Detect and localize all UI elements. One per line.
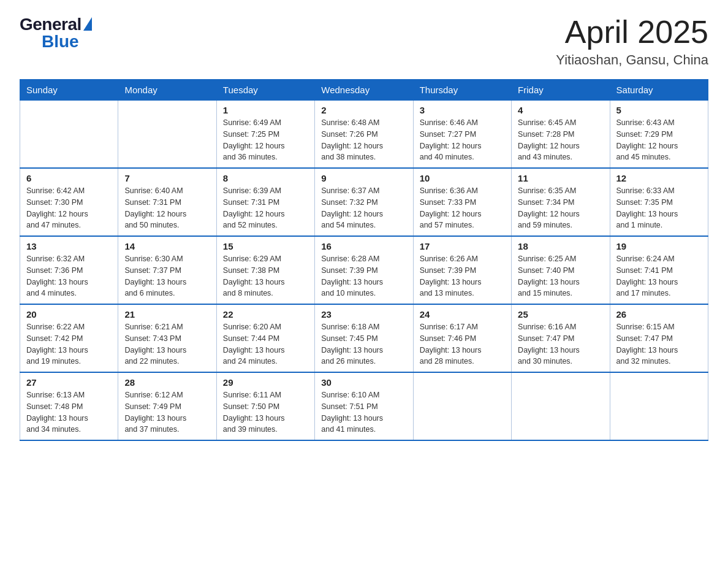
day-number: 20 [26, 309, 112, 320]
calendar-cell: 8Sunrise: 6:39 AMSunset: 7:31 PMDaylight… [216, 168, 314, 236]
day-info: Sunrise: 6:16 AMSunset: 7:47 PMDaylight:… [518, 321, 603, 367]
day-info: Sunrise: 6:13 AMSunset: 7:48 PMDaylight:… [26, 389, 112, 435]
weekday-header-tuesday: Tuesday [216, 80, 314, 101]
day-info: Sunrise: 6:10 AMSunset: 7:51 PMDaylight:… [321, 389, 406, 435]
calendar-cell [118, 101, 216, 169]
day-number: 8 [223, 173, 308, 183]
calendar-cell: 17Sunrise: 6:26 AMSunset: 7:39 PMDayligh… [413, 236, 511, 304]
day-info: Sunrise: 6:35 AMSunset: 7:34 PMDaylight:… [518, 185, 603, 231]
day-info: Sunrise: 6:15 AMSunset: 7:47 PMDaylight:… [616, 321, 702, 367]
day-info: Sunrise: 6:36 AMSunset: 7:33 PMDaylight:… [420, 185, 505, 231]
logo-blue-text: Blue [42, 32, 79, 52]
calendar-cell: 15Sunrise: 6:29 AMSunset: 7:38 PMDayligh… [216, 236, 314, 304]
day-number: 23 [321, 309, 406, 320]
calendar-cell: 11Sunrise: 6:35 AMSunset: 7:34 PMDayligh… [512, 168, 610, 236]
day-info: Sunrise: 6:25 AMSunset: 7:40 PMDaylight:… [518, 253, 603, 299]
location-subtitle: Yitiaoshan, Gansu, China [556, 52, 708, 68]
calendar-cell [413, 372, 511, 440]
day-info: Sunrise: 6:30 AMSunset: 7:37 PMDaylight:… [124, 253, 210, 299]
calendar-cell: 24Sunrise: 6:17 AMSunset: 7:46 PMDayligh… [413, 304, 511, 372]
calendar-week-row: 27Sunrise: 6:13 AMSunset: 7:48 PMDayligh… [20, 372, 708, 440]
calendar-week-row: 1Sunrise: 6:49 AMSunset: 7:25 PMDaylight… [20, 101, 708, 169]
calendar-table: SundayMondayTuesdayWednesdayThursdayFrid… [20, 79, 708, 441]
weekday-header-monday: Monday [118, 80, 216, 101]
calendar-cell: 22Sunrise: 6:20 AMSunset: 7:44 PMDayligh… [216, 304, 314, 372]
calendar-cell: 30Sunrise: 6:10 AMSunset: 7:51 PMDayligh… [315, 372, 413, 440]
calendar-cell: 25Sunrise: 6:16 AMSunset: 7:47 PMDayligh… [512, 304, 610, 372]
calendar-cell: 16Sunrise: 6:28 AMSunset: 7:39 PMDayligh… [315, 236, 413, 304]
day-info: Sunrise: 6:20 AMSunset: 7:44 PMDaylight:… [223, 321, 308, 367]
day-number: 24 [420, 309, 505, 320]
day-info: Sunrise: 6:43 AMSunset: 7:29 PMDaylight:… [616, 117, 702, 163]
day-number: 25 [518, 309, 603, 320]
day-info: Sunrise: 6:46 AMSunset: 7:27 PMDaylight:… [420, 117, 505, 163]
calendar-cell: 19Sunrise: 6:24 AMSunset: 7:41 PMDayligh… [610, 236, 708, 304]
calendar-cell: 18Sunrise: 6:25 AMSunset: 7:40 PMDayligh… [512, 236, 610, 304]
month-title: April 2025 [556, 15, 708, 50]
day-info: Sunrise: 6:49 AMSunset: 7:25 PMDaylight:… [223, 117, 308, 163]
calendar-cell [20, 101, 118, 169]
day-number: 4 [518, 105, 603, 115]
calendar-cell: 21Sunrise: 6:21 AMSunset: 7:43 PMDayligh… [118, 304, 216, 372]
day-number: 11 [518, 173, 603, 183]
day-info: Sunrise: 6:37 AMSunset: 7:32 PMDaylight:… [321, 185, 406, 231]
calendar-cell: 12Sunrise: 6:33 AMSunset: 7:35 PMDayligh… [610, 168, 708, 236]
weekday-header-friday: Friday [512, 80, 610, 101]
day-info: Sunrise: 6:42 AMSunset: 7:30 PMDaylight:… [26, 185, 112, 231]
page-header: General Blue April 2025 Yitiaoshan, Gans… [20, 15, 708, 68]
day-info: Sunrise: 6:40 AMSunset: 7:31 PMDaylight:… [124, 185, 210, 231]
calendar-cell: 26Sunrise: 6:15 AMSunset: 7:47 PMDayligh… [610, 304, 708, 372]
day-number: 21 [124, 309, 210, 320]
calendar-week-row: 13Sunrise: 6:32 AMSunset: 7:36 PMDayligh… [20, 236, 708, 304]
day-number: 22 [223, 309, 308, 320]
day-info: Sunrise: 6:22 AMSunset: 7:42 PMDaylight:… [26, 321, 112, 367]
day-info: Sunrise: 6:18 AMSunset: 7:45 PMDaylight:… [321, 321, 406, 367]
logo-triangle-icon [83, 17, 92, 31]
day-number: 10 [420, 173, 505, 183]
day-number: 17 [420, 241, 505, 251]
calendar-cell: 6Sunrise: 6:42 AMSunset: 7:30 PMDaylight… [20, 168, 118, 236]
day-info: Sunrise: 6:21 AMSunset: 7:43 PMDaylight:… [124, 321, 210, 367]
calendar-cell: 13Sunrise: 6:32 AMSunset: 7:36 PMDayligh… [20, 236, 118, 304]
day-number: 16 [321, 241, 406, 251]
calendar-cell: 4Sunrise: 6:45 AMSunset: 7:28 PMDaylight… [512, 101, 610, 169]
weekday-header-row: SundayMondayTuesdayWednesdayThursdayFrid… [20, 80, 708, 101]
day-info: Sunrise: 6:28 AMSunset: 7:39 PMDaylight:… [321, 253, 406, 299]
day-number: 14 [124, 241, 210, 251]
day-number: 7 [124, 173, 210, 183]
weekday-header-thursday: Thursday [413, 80, 511, 101]
day-number: 1 [223, 105, 308, 115]
calendar-cell: 20Sunrise: 6:22 AMSunset: 7:42 PMDayligh… [20, 304, 118, 372]
day-info: Sunrise: 6:45 AMSunset: 7:28 PMDaylight:… [518, 117, 603, 163]
day-info: Sunrise: 6:26 AMSunset: 7:39 PMDaylight:… [420, 253, 505, 299]
calendar-cell: 14Sunrise: 6:30 AMSunset: 7:37 PMDayligh… [118, 236, 216, 304]
title-block: April 2025 Yitiaoshan, Gansu, China [556, 15, 708, 68]
calendar-cell: 3Sunrise: 6:46 AMSunset: 7:27 PMDaylight… [413, 101, 511, 169]
calendar-cell [512, 372, 610, 440]
calendar-cell: 29Sunrise: 6:11 AMSunset: 7:50 PMDayligh… [216, 372, 314, 440]
day-info: Sunrise: 6:33 AMSunset: 7:35 PMDaylight:… [616, 185, 702, 231]
day-number: 5 [616, 105, 702, 115]
day-number: 18 [518, 241, 603, 251]
day-number: 27 [26, 377, 112, 388]
calendar-cell: 9Sunrise: 6:37 AMSunset: 7:32 PMDaylight… [315, 168, 413, 236]
calendar-cell: 2Sunrise: 6:48 AMSunset: 7:26 PMDaylight… [315, 101, 413, 169]
day-info: Sunrise: 6:39 AMSunset: 7:31 PMDaylight:… [223, 185, 308, 231]
calendar-cell: 5Sunrise: 6:43 AMSunset: 7:29 PMDaylight… [610, 101, 708, 169]
weekday-header-sunday: Sunday [20, 80, 118, 101]
day-info: Sunrise: 6:24 AMSunset: 7:41 PMDaylight:… [616, 253, 702, 299]
calendar-cell: 28Sunrise: 6:12 AMSunset: 7:49 PMDayligh… [118, 372, 216, 440]
day-number: 9 [321, 173, 406, 183]
calendar-cell: 1Sunrise: 6:49 AMSunset: 7:25 PMDaylight… [216, 101, 314, 169]
calendar-cell [610, 372, 708, 440]
day-info: Sunrise: 6:29 AMSunset: 7:38 PMDaylight:… [223, 253, 308, 299]
calendar-cell: 23Sunrise: 6:18 AMSunset: 7:45 PMDayligh… [315, 304, 413, 372]
calendar-cell: 10Sunrise: 6:36 AMSunset: 7:33 PMDayligh… [413, 168, 511, 236]
day-number: 3 [420, 105, 505, 115]
weekday-header-saturday: Saturday [610, 80, 708, 101]
weekday-header-wednesday: Wednesday [315, 80, 413, 101]
day-info: Sunrise: 6:32 AMSunset: 7:36 PMDaylight:… [26, 253, 112, 299]
day-number: 6 [26, 173, 112, 183]
calendar-cell: 7Sunrise: 6:40 AMSunset: 7:31 PMDaylight… [118, 168, 216, 236]
day-number: 26 [616, 309, 702, 320]
